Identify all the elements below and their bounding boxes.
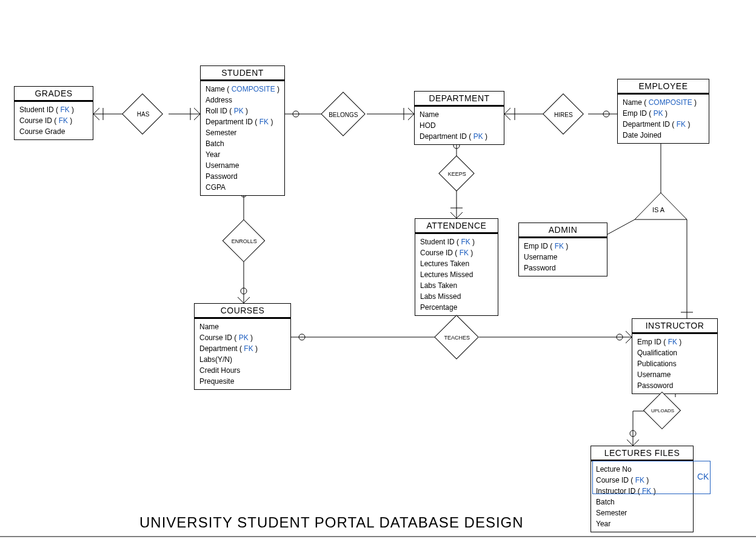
- svg-point-7: [603, 111, 609, 117]
- entity-student-title: STUDENT: [201, 66, 284, 80]
- ck-box: [592, 461, 711, 494]
- entity-admin-attrs: Emp ID ( FK )UsernamePassword: [519, 238, 607, 276]
- entity-employee: EMPLOYEE Name ( COMPOSITE )Emp ID ( PK )…: [617, 79, 709, 144]
- rel-has: HAS: [122, 93, 163, 135]
- entity-attendence-title: ATTENDENCE: [415, 219, 498, 233]
- entity-employee-title: EMPLOYEE: [618, 79, 709, 93]
- entity-grades-title: GRADES: [15, 87, 93, 101]
- rel-hires: HIRES: [543, 93, 584, 135]
- entity-department-title: DEPARTMENT: [415, 92, 504, 105]
- entity-attendence: ATTENDENCE Student ID ( FK )Course ID ( …: [415, 218, 498, 316]
- entity-courses-title: COURSES: [195, 304, 290, 318]
- entity-admin-title: ADMIN: [519, 223, 607, 237]
- entity-department-attrs: NameHODDepartment ID ( PK ): [415, 107, 504, 144]
- entity-grades: GRADES Student ID ( FK )Course ID ( FK )…: [14, 86, 93, 140]
- entity-instructor: INSTRUCTOR Emp ID ( FK )QualificationPub…: [632, 318, 718, 394]
- ck-label: CK: [697, 472, 709, 481]
- rel-belongs: BELONGS: [321, 92, 366, 136]
- entity-courses: COURSES NameCourse ID ( PK )Department (…: [194, 303, 291, 390]
- entity-department: DEPARTMENT NameHODDepartment ID ( PK ): [414, 91, 504, 145]
- entity-lectures-title: LECTURES FILES: [591, 446, 693, 460]
- svg-point-28: [630, 430, 636, 437]
- entity-grades-attrs: Student ID ( FK )Course ID ( FK )Course …: [15, 102, 93, 139]
- entity-student-attrs: Name ( COMPOSITE )AddressRoll ID ( PK )D…: [201, 81, 284, 195]
- rel-enrolls: ENROLLS: [222, 219, 266, 263]
- svg-point-15: [241, 288, 247, 294]
- entity-instructor-attrs: Emp ID ( FK )QualificationPublicationsUs…: [632, 334, 717, 393]
- entity-instructor-title: INSTRUCTOR: [632, 319, 717, 333]
- rel-uploads: UPLOADS: [643, 392, 681, 429]
- rel-keeps: KEEPS: [438, 155, 474, 191]
- diagram-title: UNIVERSITY STUDENT PORTAL DATABASE DESIG…: [139, 514, 524, 531]
- entity-attendence-attrs: Student ID ( FK )Course ID ( FK )Lecture…: [415, 234, 498, 315]
- rel-teaches: TEACHES: [434, 315, 479, 360]
- rel-isa: IS A: [652, 206, 664, 213]
- svg-point-3: [293, 111, 299, 117]
- entity-employee-attrs: Name ( COMPOSITE )Emp ID ( PK )Departmen…: [618, 95, 709, 143]
- entity-student: STUDENT Name ( COMPOSITE )AddressRoll ID…: [200, 65, 285, 196]
- svg-point-17: [299, 334, 305, 340]
- entity-courses-attrs: NameCourse ID ( PK )Department ( FK )Lab…: [195, 319, 290, 389]
- entity-admin: ADMIN Emp ID ( FK )UsernamePassword: [518, 223, 607, 276]
- svg-point-19: [617, 334, 623, 340]
